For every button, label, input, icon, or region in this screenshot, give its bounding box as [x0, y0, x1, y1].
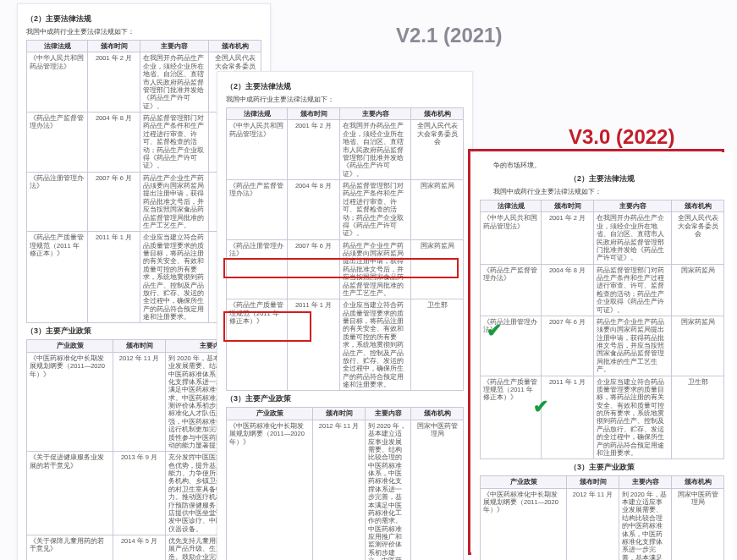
law-section-sub: 我国中成药行业主要法律法规如下： — [26, 27, 261, 36]
th-date: 颁布时间 — [567, 476, 619, 488]
th-org: 颁布机构 — [411, 408, 464, 420]
highlight-pol-name — [223, 311, 311, 342]
th-body: 主要内容 — [140, 41, 209, 52]
checkmark-icon: ✔ — [533, 396, 548, 418]
law-section-sub: 我国中成药行业主要法律法规如下： — [480, 187, 724, 196]
table-row: 《药品生产监督管理办法》2004 年 8 月药品监督管理部门对药品生产条件和生产… — [227, 180, 464, 240]
th-name: 法律法规 — [27, 41, 88, 52]
th-name: 产业政策 — [481, 476, 567, 488]
law-section-sub: 我国中成药行业主要法律法规如下： — [226, 95, 464, 104]
table-row: 《药品注册管理办法》2007 年 6 月药品生产企业生产药品须要向国家药监局提出… — [481, 316, 724, 376]
th-date: 颁布时间 — [88, 41, 140, 52]
th-name: 产业政策 — [227, 408, 313, 420]
th-org: 颁布机构 — [411, 108, 464, 120]
law-section-title: （2）主要法律法规 — [26, 14, 261, 25]
th-name: 法律法规 — [227, 108, 288, 120]
law-table: 法律法规 颁布时间 主要内容 颁布机构 《中华人民共和国药品管理法》2001 年… — [226, 107, 464, 391]
law-table: 法律法规 颁布时间 主要内容 颁布机构 《中华人民共和国药品管理法》2001 年… — [480, 200, 724, 459]
th-body: 主要内容 — [594, 200, 672, 212]
th-org: 颁布机构 — [672, 476, 724, 488]
th-name: 产业政策 — [27, 340, 113, 352]
label-v30: V3.0 (2022) — [569, 125, 674, 149]
th-body: 主要内容 — [366, 408, 411, 420]
law-section-title: （2）主要法律法规 — [226, 81, 464, 92]
th-date: 颁布时间 — [542, 200, 594, 212]
th-body: 主要内容 — [619, 476, 672, 488]
table-row: 《药品生产监督管理办法》2004 年 8 月药品监督管理部门对药品生产条件和生产… — [481, 264, 724, 316]
pol-section-title: （3）主要产业政策 — [480, 462, 724, 473]
v30-top-line: 争的市场环境。 — [480, 161, 724, 170]
table-row: 《药品生产质量管理规范（2011 年修正本）》2011 年 1 月企业应当建立符… — [481, 376, 724, 459]
pol-table: 产业政策 颁布时间 主要内容 颁布机构 《中医药标准化中长期发展规划纲要（201… — [480, 475, 724, 560]
table-row: 《中医药标准化中长期发展规划纲要（2011—2020 年）》2012 年 11 … — [227, 420, 464, 560]
pol-table: 产业政策 颁布时间 主要内容 颁布机构 《中医药标准化中长期发展规划纲要（201… — [226, 407, 464, 560]
checkmark-icon: ✔ — [487, 320, 502, 342]
table-row: 《中华人民共和国药品管理法》2001 年 2 月在我国开办药品生产企业，须经企业… — [227, 120, 464, 180]
highlight-law-row — [223, 258, 459, 278]
label-v21: V2.1 (2021) — [396, 24, 502, 47]
law-section-title: （2）主要法律法规 — [480, 173, 724, 184]
table-row: 《中医药标准化中长期发展规划纲要（2011—2020 年）》2012 年 11 … — [481, 488, 724, 560]
table-row: 《中华人民共和国药品管理法》2001 年 2 月在我国开办药品生产企业，须经企业… — [481, 212, 724, 264]
pol-section-title: （3）主要产业政策 — [226, 393, 464, 404]
th-org: 颁布机构 — [209, 41, 261, 52]
th-name: 法律法规 — [481, 200, 542, 212]
doc-v30: 争的市场环境。 （2）主要法律法规 我国中成药行业主要法律法规如下： 法律法规 … — [471, 152, 733, 560]
th-date: 颁布时间 — [113, 340, 166, 352]
th-body: 主要内容 — [340, 108, 411, 120]
th-date: 颁布时间 — [313, 408, 366, 420]
th-date: 颁布时间 — [288, 108, 340, 120]
th-org: 颁布机构 — [672, 200, 724, 212]
